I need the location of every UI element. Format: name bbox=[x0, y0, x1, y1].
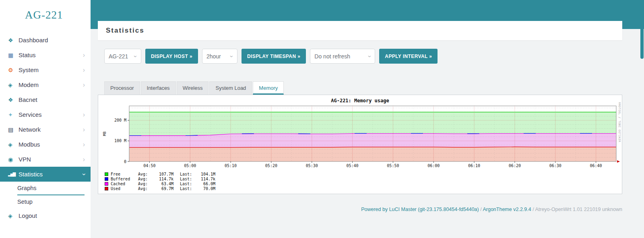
svg-text:05:20: 05:20 bbox=[265, 163, 277, 168]
sidebar-item-services[interactable]: ✦Services› bbox=[0, 107, 91, 122]
footer-link[interactable]: Powered by LuCI Master (git-23.175.80454… bbox=[361, 207, 479, 212]
display-host-button[interactable]: DISPLAY HOST » bbox=[145, 49, 198, 64]
legend-last-label: Last: bbox=[180, 182, 194, 186]
legend-avg-label: Avg: bbox=[138, 182, 153, 186]
sidebar-item-label: Dashboard bbox=[19, 37, 85, 43]
page-header: Statistics bbox=[98, 21, 622, 40]
chevron-down-icon: › bbox=[80, 173, 87, 175]
scrollbar-thumb[interactable] bbox=[640, 23, 644, 59]
refresh-select-value: Do not refresh bbox=[314, 53, 350, 60]
chart-title: AG-221: Memory usage bbox=[98, 95, 622, 103]
legend-last-value: 70.0M bbox=[194, 186, 215, 191]
chevron-right-icon: › bbox=[83, 156, 85, 163]
chart-card: AG-221: Memory usage 0100 M200 M04:5005:… bbox=[98, 95, 622, 194]
tab-wireless[interactable]: Wireless bbox=[177, 81, 209, 95]
legend-swatch bbox=[105, 182, 108, 186]
sidebar-item-label: Modem bbox=[19, 81, 83, 88]
rrdtool-watermark: RRDTOOL / TOBI OETIKER bbox=[618, 102, 621, 142]
display-timespan-button[interactable]: DISPLAY TIMESPAN » bbox=[242, 49, 306, 64]
chevron-right-icon: › bbox=[83, 141, 85, 148]
legend-avg-value: 69.7M bbox=[153, 186, 173, 191]
tab-interfaces[interactable]: Interfaces bbox=[141, 81, 176, 95]
legend-last-label: Last: bbox=[180, 177, 194, 181]
host-select[interactable]: AG-221 › bbox=[104, 49, 141, 64]
legend-item-cached: CachedAvg:63.4MLast:66.0M bbox=[105, 181, 622, 186]
legend-item-buffered: BufferedAvg:114.7kLast:114.7k bbox=[105, 176, 622, 181]
legend-avg-value: 63.4M bbox=[153, 182, 173, 186]
sidebar-item-bacnet[interactable]: ❖Bacnet bbox=[0, 92, 91, 107]
sidebar-item-modem[interactable]: ◈Modem› bbox=[0, 77, 91, 92]
svg-text:05:30: 05:30 bbox=[306, 163, 318, 168]
status-icon: ▦ bbox=[8, 52, 19, 58]
bacnet-icon: ❖ bbox=[8, 97, 19, 103]
sidebar-item-modbus[interactable]: ◈Modbus› bbox=[0, 137, 91, 152]
logout-icon: ◈ bbox=[8, 213, 19, 219]
chevron-right-icon: › bbox=[83, 52, 85, 58]
legend-name: Buffered bbox=[111, 177, 138, 181]
tab-bar: ProcessorInterfacesWirelessSystem LoadMe… bbox=[104, 81, 284, 95]
svg-text:100 M: 100 M bbox=[114, 139, 126, 143]
sidebar-subitem-graphs[interactable]: Graphs bbox=[17, 182, 85, 195]
services-icon: ✦ bbox=[8, 112, 19, 118]
legend-avg-value: 114.7k bbox=[153, 177, 173, 181]
sidebar-item-status[interactable]: ▦Status› bbox=[0, 48, 91, 62]
sidebar-item-logout[interactable]: ◈Logout bbox=[0, 208, 91, 223]
legend-item-free: FreeAvg:107.7MLast:104.1M bbox=[105, 172, 622, 176]
tab-system-load[interactable]: System Load bbox=[209, 81, 252, 95]
modbus-icon: ◈ bbox=[8, 141, 19, 148]
tab-memory[interactable]: Memory bbox=[253, 81, 284, 95]
host-select-value: AG-221 bbox=[109, 53, 128, 60]
sidebar-item-label: Bacnet bbox=[19, 96, 85, 103]
footer: Powered by LuCI Master (git-23.175.80454… bbox=[98, 207, 622, 212]
legend-swatch bbox=[105, 172, 108, 176]
chevron-right-icon: › bbox=[83, 112, 85, 118]
memory-usage-chart: 0100 M200 M04:5005:0005:1005:2005:3005:4… bbox=[100, 103, 620, 171]
chart-legend: FreeAvg:107.7MLast:104.1MBufferedAvg:114… bbox=[105, 172, 622, 191]
chevron-right-icon: › bbox=[83, 67, 85, 73]
chevron-down-icon: › bbox=[367, 55, 373, 57]
sidebar-item-label: Modbus bbox=[19, 141, 83, 148]
apply-interval-button[interactable]: APPLY INTERVAL » bbox=[379, 49, 438, 64]
sidebar-item-dashboard[interactable]: ❖Dashboard bbox=[0, 33, 91, 48]
controls-bar: AG-221 › DISPLAY HOST » 2hour › DISPLAY … bbox=[104, 49, 438, 64]
svg-text:06:20: 06:20 bbox=[509, 163, 521, 168]
svg-text:06:40: 06:40 bbox=[590, 163, 602, 168]
sidebar-item-statistics[interactable]: ▂▅▇Statistics› bbox=[0, 167, 91, 182]
sidebar-item-system[interactable]: ⚙System› bbox=[0, 62, 91, 77]
svg-text:05:00: 05:00 bbox=[184, 163, 196, 168]
timespan-select[interactable]: 2hour › bbox=[202, 49, 237, 64]
dashboard-icon: ❖ bbox=[8, 37, 19, 43]
tab-processor[interactable]: Processor bbox=[104, 81, 140, 95]
sidebar-item-vpn[interactable]: ◉VPN› bbox=[0, 152, 91, 167]
sidebar-item-label: VPN bbox=[19, 156, 83, 163]
legend-last-label: Last: bbox=[180, 172, 194, 176]
legend-name: Cached bbox=[111, 182, 138, 186]
legend-avg-label: Avg: bbox=[138, 186, 153, 191]
sidebar-item-network[interactable]: ▤Network› bbox=[0, 122, 91, 137]
network-icon: ▤ bbox=[8, 126, 19, 133]
sidebar-item-label: Statistics bbox=[19, 171, 83, 178]
page-title: Statistics bbox=[106, 27, 144, 35]
legend-avg-label: Avg: bbox=[138, 172, 153, 176]
legend-avg-label: Avg: bbox=[138, 177, 153, 181]
svg-text:06:00: 06:00 bbox=[427, 163, 440, 168]
svg-text:MB: MB bbox=[103, 132, 107, 136]
sidebar-item-label: Services bbox=[19, 111, 83, 118]
legend-swatch bbox=[105, 187, 108, 190]
brand-title: AG-221 bbox=[0, 0, 91, 27]
footer-text: / bbox=[531, 207, 535, 212]
legend-last-value: 66.0M bbox=[194, 182, 215, 186]
svg-text:06:30: 06:30 bbox=[549, 163, 561, 168]
sidebar-item-label: Logout bbox=[19, 212, 85, 219]
footer-link[interactable]: ArgonTheme v2.2.9.4 bbox=[483, 207, 531, 212]
refresh-select[interactable]: Do not refresh › bbox=[310, 49, 375, 64]
timespan-select-value: 2hour bbox=[206, 53, 221, 60]
legend-item-used: UsedAvg:69.7MLast:70.0M bbox=[105, 186, 622, 191]
system-icon: ⚙ bbox=[8, 67, 19, 73]
svg-text:06:10: 06:10 bbox=[468, 163, 480, 168]
svg-text:0: 0 bbox=[124, 159, 126, 164]
chevron-right-icon: › bbox=[83, 82, 85, 88]
chevron-down-icon: › bbox=[229, 55, 235, 57]
statistics-icon: ▂▅▇ bbox=[8, 172, 19, 176]
sidebar-subitem-setup[interactable]: Setup bbox=[17, 195, 85, 208]
